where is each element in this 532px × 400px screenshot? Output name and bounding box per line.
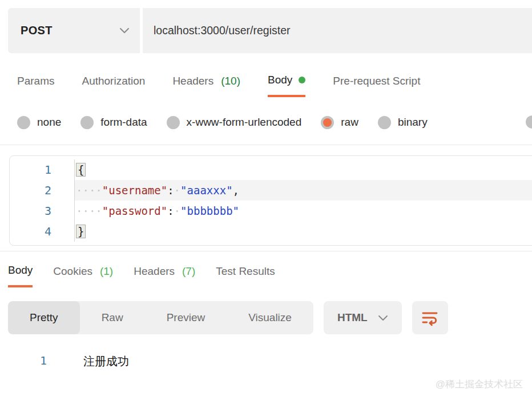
view-mode-visualize[interactable]: Visualize — [227, 301, 313, 334]
view-mode-raw[interactable]: Raw — [80, 301, 145, 334]
radio-circle-selected — [321, 116, 334, 129]
json-key: "password" — [102, 205, 167, 217]
format-select[interactable]: HTML — [324, 301, 402, 334]
url-input[interactable]: localhost:3000/user/register — [143, 8, 532, 53]
radio-graphql-partial[interactable] — [526, 115, 532, 129]
request-url-bar: POST localhost:3000/user/register — [8, 8, 532, 53]
view-mode-segmented: Pretty Raw Preview Visualize — [8, 301, 313, 334]
cookies-count: (1) — [100, 265, 113, 278]
radio-binary[interactable]: binary — [378, 116, 428, 129]
code-line: { — [75, 159, 532, 180]
tab-params[interactable]: Params — [17, 74, 54, 97]
view-mode-pretty[interactable]: Pretty — [8, 301, 80, 334]
watermark: @稀土掘金技术社区 — [436, 378, 523, 391]
body-type-radiogroup: none form-data x-www-form-urlencoded raw… — [17, 114, 532, 130]
line-number: 4 — [10, 221, 74, 242]
request-tabs: Params Authorization Headers(10) Body Pr… — [17, 74, 532, 97]
radio-none[interactable]: none — [17, 116, 61, 129]
line-number: 1 — [10, 159, 74, 180]
editor-gutter: 1 2 3 4 — [10, 159, 75, 242]
radio-form-data[interactable]: form-data — [80, 116, 147, 129]
method-label: POST — [21, 24, 53, 37]
code-line: ····"password":·"bbbbbbb" — [75, 201, 532, 221]
json-key: "username" — [102, 184, 167, 197]
response-toolbar: Pretty Raw Preview Visualize HTML — [8, 301, 532, 334]
radio-circle — [167, 116, 180, 129]
wrap-text-icon — [421, 309, 439, 327]
editor-code-area[interactable]: { ····"username":·"aaaxxx", ····"passwor… — [75, 159, 532, 242]
divider — [0, 251, 532, 251]
method-select[interactable]: POST — [8, 8, 140, 53]
response-headers-count: (7) — [182, 265, 195, 278]
code-line-active: ····"username":·"aaaxxx", — [75, 180, 532, 201]
response-body: 1 注册成功 — [0, 354, 532, 369]
view-mode-preview[interactable]: Preview — [145, 301, 227, 334]
json-value: "aaaxxx" — [180, 184, 233, 197]
line-number: 3 — [10, 201, 74, 221]
chevron-down-icon — [378, 315, 388, 321]
response-body-text: 注册成功 — [83, 354, 129, 369]
headers-count: (10) — [221, 75, 240, 87]
divider — [0, 145, 532, 145]
matched-bracket: { — [76, 163, 86, 177]
url-text: localhost:3000/user/register — [154, 24, 291, 37]
tab-response-body[interactable]: Body — [8, 264, 33, 287]
radio-x-www-form-urlencoded[interactable]: x-www-form-urlencoded — [167, 116, 302, 129]
json-value: "bbbbbbb" — [180, 205, 239, 217]
tab-authorization[interactable]: Authorization — [82, 74, 145, 97]
green-dot-icon — [299, 77, 305, 83]
tab-cookies[interactable]: Cookies(1) — [53, 264, 113, 287]
response-line-number: 1 — [0, 354, 47, 369]
radio-circle — [17, 116, 30, 129]
line-number: 2 — [10, 180, 74, 201]
radio-raw[interactable]: raw — [321, 116, 358, 129]
tab-body[interactable]: Body — [268, 74, 305, 97]
wrap-text-button[interactable] — [412, 301, 448, 334]
format-label: HTML — [337, 311, 368, 324]
tab-pre-request-script[interactable]: Pre-request Script — [333, 74, 420, 97]
radio-circle — [378, 116, 391, 129]
tab-response-headers[interactable]: Headers(7) — [134, 264, 195, 287]
matched-bracket: } — [76, 225, 86, 238]
tab-headers[interactable]: Headers(10) — [172, 74, 240, 97]
radio-circle — [80, 116, 94, 129]
chevron-down-icon — [119, 27, 130, 34]
body-editor[interactable]: 1 2 3 4 { ····"username":·"aaaxxx", ····… — [9, 155, 532, 246]
code-line: } — [75, 221, 532, 242]
tab-test-results[interactable]: Test Results — [216, 264, 275, 287]
response-tabs: Body Cookies(1) Headers(7) Test Results — [8, 264, 532, 287]
